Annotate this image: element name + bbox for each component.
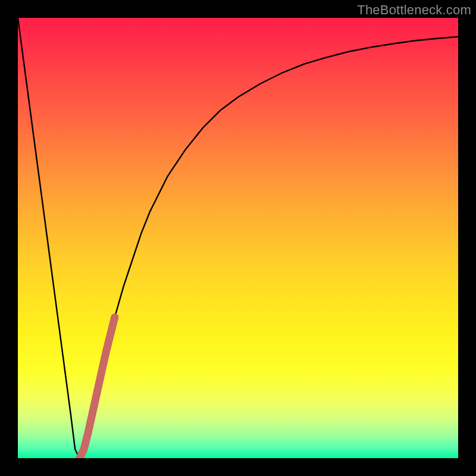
bottleneck-curve [18,18,458,458]
watermark-text: TheBottleneck.com [357,2,471,18]
plot-area [18,18,458,458]
highlight-segment [80,317,115,458]
chart-frame: TheBottleneck.com [0,0,476,476]
curve-layer [18,18,458,458]
